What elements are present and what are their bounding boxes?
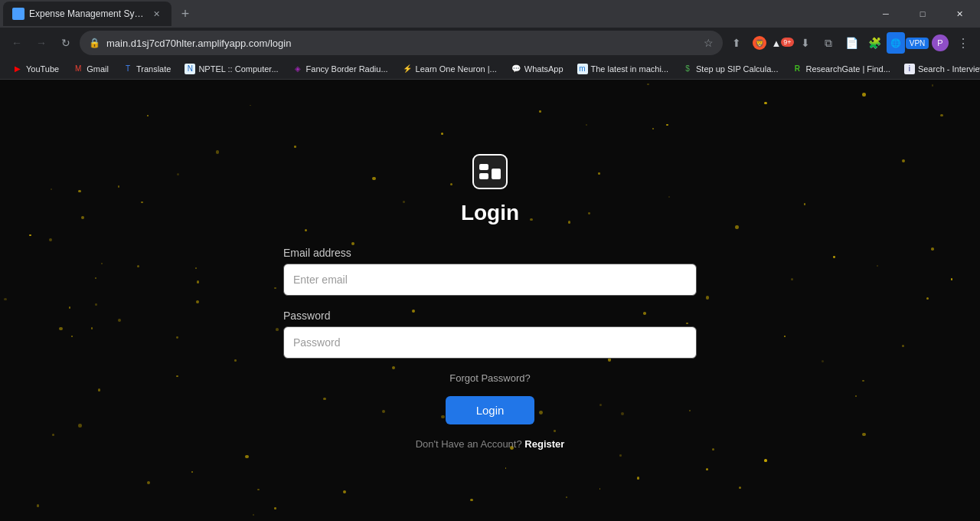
star-particle — [343, 490, 346, 493]
star-particle — [566, 496, 567, 498]
gmail-favicon: M — [73, 64, 83, 74]
star-particle — [276, 328, 279, 331]
star-particle — [49, 238, 52, 241]
star-particle — [539, 110, 541, 113]
ml-favicon: m — [577, 64, 588, 74]
login-button[interactable]: Login — [446, 396, 535, 424]
bookmark-learn-neuron[interactable]: ⚡ Learn One Neuron |... — [396, 61, 503, 77]
star-particle — [176, 375, 178, 377]
bookmark-fancy-border[interactable]: ◈ Fancy Border Radiu... — [286, 61, 394, 77]
register-link[interactable]: Register — [524, 438, 564, 450]
star-particle — [118, 319, 121, 322]
bookmark-sip-label: Step up SIP Calcula... — [696, 64, 778, 74]
star-particle — [147, 115, 149, 116]
star-particle — [926, 297, 929, 300]
star-particle — [216, 150, 219, 153]
star-particle — [931, 247, 934, 251]
menu-button[interactable]: ⋮ — [952, 32, 974, 54]
brave-shields-button[interactable]: 🦁 — [749, 32, 770, 54]
interviewbit-favicon: i — [904, 64, 915, 74]
history-button[interactable]: 📄 — [841, 32, 862, 54]
bookmark-star-icon[interactable]: ☆ — [704, 37, 714, 49]
star-particle — [441, 133, 443, 135]
star-particle — [197, 280, 199, 283]
researchgate-favicon: R — [792, 64, 802, 74]
star-particle — [652, 128, 654, 129]
password-form-group: Password — [283, 310, 697, 359]
bookmark-sip[interactable]: $ Step up SIP Calcula... — [676, 61, 784, 77]
bookmark-whatsapp[interactable]: 💬 WhatsApp — [505, 61, 570, 77]
brave-rewards-button[interactable]: ▲9+ — [772, 32, 793, 54]
star-particle — [95, 277, 96, 279]
bookmark-researchgate-label: ResearchGate | Find... — [805, 64, 890, 74]
password-input[interactable] — [283, 326, 697, 359]
app-logo — [470, 152, 510, 192]
minimize-button[interactable]: ─ — [868, 2, 903, 26]
star-particle — [784, 336, 786, 337]
star-particle — [141, 202, 142, 203]
email-input[interactable] — [283, 264, 697, 296]
star-particle — [177, 173, 179, 175]
star-particle — [101, 263, 103, 264]
whatsapp-favicon: 💬 — [511, 64, 521, 74]
register-text: Don't Have an Account? Register — [416, 438, 565, 450]
star-particle — [250, 105, 251, 106]
bookmark-gmail[interactable]: M Gmail — [67, 61, 115, 77]
star-particle — [147, 481, 150, 484]
svg-rect-2 — [492, 169, 501, 179]
star-particle — [51, 188, 52, 190]
star-particle — [29, 234, 31, 237]
vpn-button[interactable]: VPN — [906, 32, 928, 54]
reload-button[interactable]: ↻ — [55, 32, 77, 54]
share-button[interactable]: ⬆ — [726, 32, 747, 54]
nav-bar: ← → ↻ 🔒 main.d1sj7cd70hlter.amplifyapp.c… — [0, 28, 980, 58]
extensions-button[interactable]: 🧩 — [864, 32, 885, 54]
profile-button[interactable]: P — [929, 32, 951, 54]
star-particle — [78, 190, 80, 192]
bookmarks-bar: ▶ YouTube M Gmail T Translate N NPTEL ::… — [0, 58, 980, 80]
star-particle — [764, 102, 767, 105]
download-button[interactable]: ⬇ — [795, 32, 816, 54]
maximize-button[interactable]: □ — [905, 2, 940, 26]
close-button[interactable]: ✕ — [942, 2, 977, 26]
no-account-text: Don't Have an Account? — [416, 438, 522, 450]
star-particle — [833, 256, 835, 258]
page-content: Login Email address Password Forgot Pass… — [0, 80, 980, 521]
star-particle — [862, 433, 866, 437]
bookmark-machine-learning[interactable]: m The latest in machi... — [571, 61, 675, 77]
star-particle — [951, 278, 952, 280]
star-particle — [195, 267, 197, 269]
forgot-password-link[interactable]: Forgot Password? — [449, 372, 531, 384]
bookmark-youtube[interactable]: ▶ YouTube — [6, 61, 65, 77]
forward-button[interactable]: → — [31, 32, 52, 54]
star-particle — [118, 185, 120, 188]
bookmark-translate[interactable]: T Translate — [116, 61, 177, 77]
email-label: Email address — [283, 247, 697, 259]
email-form-group: Email address — [283, 247, 697, 296]
tab-close-button[interactable]: ✕ — [150, 8, 162, 20]
tab-title: Expense Management System — [29, 8, 147, 19]
tab-manager-button[interactable]: ⧉ — [818, 32, 839, 54]
bookmark-nptel[interactable]: N NPTEL :: Computer... — [178, 61, 284, 77]
address-bar[interactable]: 🔒 main.d1sj7cd70hlter.amplifyapp.com/log… — [80, 31, 723, 55]
star-particle — [274, 507, 276, 509]
new-tab-button[interactable]: + — [175, 3, 196, 25]
star-particle — [91, 327, 93, 329]
star-particle — [59, 327, 63, 331]
star-particle — [137, 265, 139, 267]
star-particle — [706, 296, 709, 299]
svg-rect-3 — [479, 173, 488, 179]
star-particle — [804, 203, 806, 205]
bookmark-interviewbit[interactable]: i Search - InterviewBit — [898, 61, 980, 77]
star-particle — [245, 455, 249, 459]
rewards-badge: 9+ — [781, 38, 793, 47]
leo-ai-button[interactable]: 🌐 — [887, 32, 905, 54]
bookmark-interviewbit-label: Search - InterviewBit — [918, 64, 980, 74]
active-tab[interactable]: Expense Management System ✕ — [3, 2, 172, 26]
learn-neuron-favicon: ⚡ — [402, 64, 413, 74]
window-controls: ─ □ ✕ — [868, 2, 977, 26]
bookmark-researchgate[interactable]: R ResearchGate | Find... — [786, 61, 896, 77]
bookmark-gmail-label: Gmail — [87, 64, 109, 74]
back-button[interactable]: ← — [6, 32, 28, 54]
sip-favicon: $ — [682, 64, 693, 74]
